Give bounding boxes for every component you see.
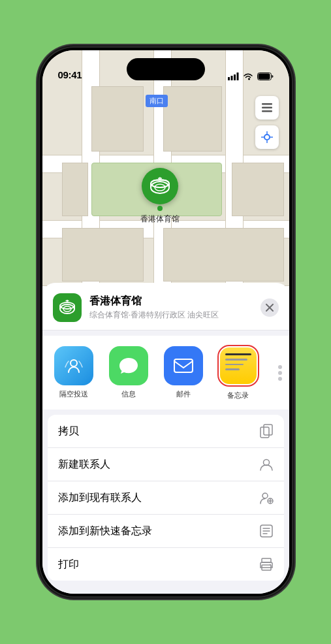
share-label-notes: 备忘录 [227, 391, 249, 400]
share-label-mail: 邮件 [176, 389, 191, 399]
share-actions-row: 隔空投送 信息 [42, 336, 289, 410]
pin-dot [157, 206, 163, 211]
svg-point-9 [264, 135, 270, 140]
new-contact-icon [259, 457, 274, 472]
svg-rect-1 [230, 76, 232, 80]
share-item-mail[interactable]: 邮件 [157, 346, 210, 399]
location-icon [53, 293, 82, 322]
svg-rect-46 [262, 558, 271, 562]
action-copy-label: 拷贝 [58, 425, 79, 438]
pin-label: 香港体育馆 [140, 214, 180, 225]
action-add-contact[interactable]: 添加到现有联系人 [48, 481, 284, 515]
notes-selected-border [217, 345, 259, 387]
action-print[interactable]: 打印 [48, 548, 284, 581]
action-new-contact-label: 新建联系人 [58, 458, 110, 472]
add-contact-icon [259, 491, 274, 505]
quick-note-icon [259, 524, 274, 538]
action-add-contact-label: 添加到现有联系人 [58, 491, 142, 505]
airdrop-icon [54, 346, 93, 385]
pin-icon [142, 168, 178, 204]
copy-icon [259, 424, 274, 438]
map-road-label: 南口 [146, 95, 168, 107]
svg-rect-3 [236, 72, 238, 80]
battery-icon [257, 72, 274, 80]
location-info: 香港体育馆 综合体育馆·香港特别行政区 油尖旺区 [89, 295, 253, 321]
share-item-airdrop[interactable]: 隔空投送 [48, 346, 100, 399]
svg-rect-36 [260, 427, 269, 438]
svg-rect-34 [174, 359, 193, 372]
map-layer-button[interactable] [255, 96, 279, 120]
svg-rect-6 [262, 103, 272, 105]
svg-point-38 [262, 493, 268, 498]
close-button[interactable] [260, 298, 279, 317]
svg-rect-8 [262, 110, 272, 112]
share-item-notes[interactable]: 备忘录 [212, 345, 264, 400]
action-print-label: 打印 [58, 558, 79, 572]
svg-rect-2 [234, 74, 236, 80]
signal-icon [228, 72, 239, 80]
stadium-pin[interactable]: 香港体育馆 [140, 168, 180, 225]
location-name: 香港体育馆 [89, 295, 253, 308]
share-label-messages: 信息 [121, 389, 136, 399]
mail-icon [164, 346, 203, 385]
action-copy[interactable]: 拷贝 [48, 415, 284, 448]
more-button[interactable] [267, 353, 289, 393]
action-quick-note[interactable]: 添加到新快速备忘录 [48, 515, 284, 548]
wifi-icon [243, 72, 253, 80]
messages-icon [109, 346, 148, 385]
svg-rect-7 [262, 107, 272, 109]
bottom-sheet: 香港体育馆 综合体育馆·香港特别行政区 油尖旺区 [42, 283, 289, 594]
svg-point-48 [270, 564, 271, 566]
svg-rect-35 [264, 425, 272, 435]
svg-point-37 [263, 460, 269, 466]
status-time: 09:41 [58, 69, 82, 80]
svg-rect-0 [228, 77, 230, 80]
phone-screen: 09:41 [42, 50, 289, 594]
status-icons [228, 72, 274, 80]
share-item-messages[interactable]: 信息 [102, 346, 155, 399]
action-quick-note-label: 添加到新快速备忘录 [58, 524, 152, 538]
share-label-airdrop: 隔空投送 [59, 389, 88, 399]
phone-frame: 09:41 [39, 46, 293, 598]
location-header: 香港体育馆 综合体育馆·香港特别行政区 油尖旺区 [42, 283, 289, 330]
print-icon [259, 557, 274, 572]
dynamic-island [127, 58, 205, 80]
action-new-contact[interactable]: 新建联系人 [48, 448, 284, 481]
action-list: 拷贝 新建联系人 添加到现有联系人 [48, 415, 284, 581]
svg-rect-5 [258, 74, 270, 80]
location-detail: 综合体育馆·香港特别行政区 油尖旺区 [89, 310, 253, 321]
notes-icon [220, 347, 257, 384]
map-controls [255, 96, 279, 149]
svg-point-33 [71, 360, 77, 366]
location-button[interactable] [255, 125, 279, 149]
